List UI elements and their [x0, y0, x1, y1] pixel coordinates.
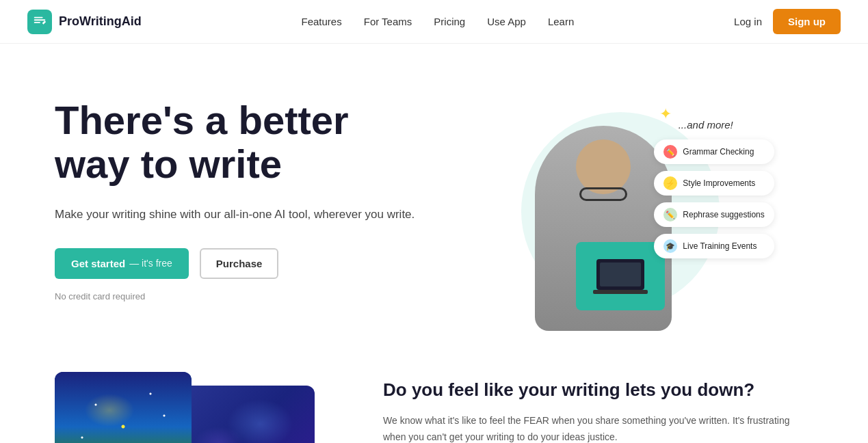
person-glasses [579, 187, 627, 201]
nav-link-features[interactable]: Features [302, 16, 342, 27]
artwork-overlay [178, 386, 315, 443]
hero-buttons: Get started — it's free Purchase [55, 248, 434, 279]
hero-subtitle: Make your writing shine with our all-in-… [55, 205, 434, 224]
brand-name: ProWritingAid [59, 14, 142, 29]
get-started-label: Get started [71, 258, 125, 269]
hero-title: There's a better way to write [55, 98, 434, 186]
login-link[interactable]: Log in [734, 16, 762, 27]
more-label: ...and more! [679, 119, 733, 131]
artwork-main [55, 372, 192, 443]
nav-links: Features For Teams Pricing Use App Learn [302, 16, 575, 27]
pill-grammar: ✏️ Grammar Checking [654, 139, 774, 164]
nav-link-use-app[interactable]: Use App [487, 16, 526, 27]
signup-button[interactable]: Sign up [773, 9, 841, 34]
logo-icon [27, 10, 52, 34]
svg-rect-4 [600, 263, 641, 286]
bottom-title: Do you feel like your writing lets you d… [383, 379, 813, 402]
bottom-section: My idea in my head Do you feel like your… [0, 372, 868, 443]
svg-rect-2 [34, 22, 40, 23]
svg-rect-5 [593, 290, 648, 294]
pill-rephrase: ✏️ Rephrase suggestions [654, 202, 774, 227]
logo[interactable]: ProWritingAid [27, 10, 142, 34]
sparkle-icon: ✦ [659, 105, 672, 123]
get-started-button[interactable]: Get started — it's free [55, 248, 189, 279]
bottom-text: Do you feel like your writing lets you d… [383, 372, 813, 443]
artwork-area: My idea in my head [55, 372, 328, 443]
hero-illustration: ✏️ Grammar Checking ⚡ Style Improvements… [494, 98, 754, 331]
nav-link-for-teams[interactable]: For Teams [364, 16, 412, 27]
person-head [576, 139, 631, 194]
laptop-image [576, 242, 665, 310]
training-icon: 🎓 [663, 239, 677, 253]
svg-rect-1 [34, 19, 46, 21]
nav-link-pricing[interactable]: Pricing [434, 16, 465, 27]
pill-style: ⚡ Style Improvements [654, 171, 774, 196]
grammar-icon: ✏️ [663, 145, 677, 159]
hero-right: ✏️ Grammar Checking ⚡ Style Improvements… [434, 85, 814, 345]
grammar-label: Grammar Checking [683, 147, 754, 157]
style-icon: ⚡ [663, 176, 677, 190]
hero-section: There's a better way to write Make your … [0, 44, 868, 372]
feature-pills: ✏️ Grammar Checking ⚡ Style Improvements… [654, 139, 774, 258]
nav-actions: Log in Sign up [734, 9, 841, 34]
no-credit-note: No credit card required [55, 291, 434, 301]
svg-rect-0 [34, 16, 43, 18]
nav-link-learn[interactable]: Learn [548, 16, 574, 27]
hero-left: There's a better way to write Make your … [55, 85, 434, 301]
rephrase-label: Rephrase suggestions [683, 210, 764, 219]
free-label: — it's free [129, 258, 172, 269]
pill-training: 🎓 Live Training Events [654, 234, 774, 258]
style-label: Style Improvements [683, 178, 755, 188]
rephrase-icon: ✏️ [663, 208, 677, 222]
navbar: ProWritingAid Features For Teams Pricing… [0, 0, 868, 44]
bottom-description: We know what it's like to feel the FEAR … [383, 413, 813, 443]
training-label: Live Training Events [683, 241, 757, 251]
purchase-button[interactable]: Purchase [200, 248, 279, 279]
